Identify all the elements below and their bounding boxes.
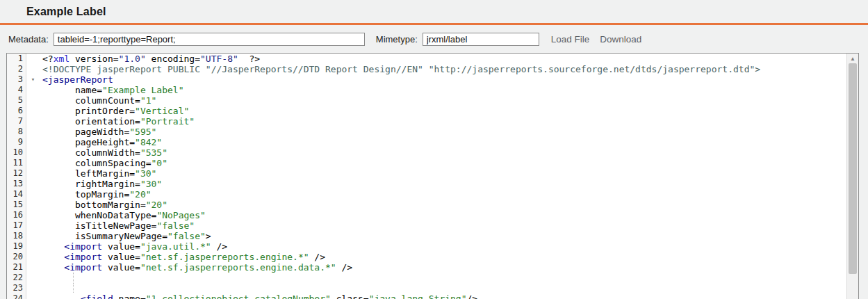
line-number: 10 [7, 147, 26, 158]
code-text[interactable]: whenNoDataType="NoPages" [40, 210, 846, 220]
fold-gutter [26, 179, 40, 189]
code-line: 22 [7, 273, 846, 283]
code-area[interactable]: 1<?xml version="1.0" encoding="UTF-8" ?>… [7, 54, 846, 299]
fold-gutter [26, 147, 40, 158]
code-line: 16 whenNoDataType="NoPages" [7, 210, 846, 220]
vertical-scrollbar[interactable]: ▲ [846, 54, 858, 299]
line-number: 1 [7, 54, 26, 64]
line-number: 2 [7, 64, 26, 74]
load-file-button[interactable]: Load File [551, 34, 590, 45]
code-text[interactable]: <import value="net.sf.jasperreports.engi… [40, 262, 846, 273]
code-text[interactable]: columnSpacing="0" [40, 158, 846, 168]
fold-gutter [26, 293, 40, 299]
code-line: 23 [7, 283, 846, 293]
code-line: 2<!DOCTYPE jasperReport PUBLIC "//Jasper… [7, 64, 846, 74]
code-text[interactable]: bottomMargin="20" [40, 200, 846, 210]
scroll-up-icon[interactable]: ▲ [847, 54, 858, 64]
code-text[interactable]: <import value="java.util.*" /> [40, 241, 846, 252]
code-line: 1<?xml version="1.0" encoding="UTF-8" ?> [7, 54, 846, 64]
fold-gutter [26, 106, 40, 116]
code-line: 13 rightMargin="30" [7, 179, 846, 189]
fold-gutter [26, 210, 40, 220]
code-text[interactable]: name="Example Label" [40, 85, 846, 95]
line-number: 20 [7, 252, 26, 262]
fold-gutter [26, 241, 40, 252]
code-text[interactable]: <jasperReport [40, 74, 846, 85]
line-number: 12 [7, 168, 26, 179]
code-text[interactable]: <?xml version="1.0" encoding="UTF-8" ?> [40, 54, 846, 64]
code-line: 20 <import value="net.sf.jasperreports.e… [7, 252, 846, 262]
code-line: 5 columnCount="1" [7, 95, 846, 106]
line-number: 24 [7, 293, 26, 299]
indent-guide [73, 273, 74, 282]
line-number: 6 [7, 106, 26, 116]
code-text[interactable]: <field name="1.collectionobject.catalogN… [40, 293, 846, 299]
line-number: 18 [7, 231, 26, 241]
fold-gutter [26, 116, 40, 127]
code-line: 3▾<jasperReport [7, 74, 846, 85]
line-number: 5 [7, 95, 26, 106]
line-number: 4 [7, 85, 26, 95]
code-text[interactable]: columnWidth="535" [40, 147, 846, 158]
code-line: 24 <field name="1.collectionobject.catal… [7, 293, 846, 299]
code-text[interactable]: pageWidth="595" [40, 127, 846, 137]
fold-gutter [26, 54, 40, 64]
code-editor[interactable]: 1<?xml version="1.0" encoding="UTF-8" ?>… [6, 53, 859, 299]
line-number: 3 [7, 74, 26, 85]
code-text[interactable]: <!DOCTYPE jasperReport PUBLIC "//JasperR… [40, 64, 846, 74]
fold-gutter [26, 231, 40, 241]
fold-gutter [26, 200, 40, 210]
code-text[interactable]: <import value="net.sf.jasperreports.engi… [40, 252, 846, 262]
code-line: 8 pageWidth="595" [7, 127, 846, 137]
code-line: 6 printOrder="Vertical" [7, 106, 846, 116]
fold-gutter [26, 283, 40, 293]
line-number: 16 [7, 210, 26, 220]
code-line: 10 columnWidth="535" [7, 147, 846, 158]
metadata-input[interactable] [54, 33, 365, 46]
line-number: 7 [7, 116, 26, 127]
mimetype-label: Mimetype: [376, 34, 418, 45]
fold-gutter [26, 189, 40, 200]
code-text[interactable]: leftMargin="30" [40, 168, 846, 179]
code-line: 17 isTitleNewPage="false" [7, 220, 846, 231]
fold-gutter [26, 158, 40, 168]
mimetype-input[interactable] [423, 33, 539, 46]
code-line: 15 bottomMargin="20" [7, 200, 846, 210]
download-button[interactable]: Download [600, 34, 641, 45]
code-text[interactable]: isSummaryNewPage="false"> [40, 231, 846, 241]
code-line: 19 <import value="java.util.*" /> [7, 241, 846, 252]
line-number: 8 [7, 127, 26, 137]
line-number: 23 [7, 283, 26, 293]
code-text[interactable]: rightMargin="30" [40, 179, 846, 189]
fold-gutter [26, 85, 40, 95]
code-text[interactable] [40, 273, 846, 283]
fold-gutter [26, 262, 40, 273]
metadata-label: Metadata: [8, 34, 49, 45]
title-bar: Example Label [0, 0, 868, 23]
code-text[interactable]: orientation="Portrait" [40, 116, 846, 127]
line-number: 22 [7, 273, 26, 283]
fold-gutter [26, 273, 40, 283]
code-text[interactable]: topMargin="20" [40, 189, 846, 200]
code-text[interactable] [40, 283, 846, 293]
indent-guide [73, 283, 74, 293]
fold-gutter [26, 95, 40, 106]
code-text[interactable]: printOrder="Vertical" [40, 106, 846, 116]
fold-gutter [26, 168, 40, 179]
line-number: 11 [7, 158, 26, 168]
code-line: 18 isSummaryNewPage="false"> [7, 231, 846, 241]
code-text[interactable]: pageHeight="842" [40, 137, 846, 147]
line-number: 19 [7, 241, 26, 252]
code-line: 14 topMargin="20" [7, 189, 846, 200]
code-line: 12 leftMargin="30" [7, 168, 846, 179]
code-text[interactable]: columnCount="1" [40, 95, 846, 106]
fold-gutter [26, 220, 40, 231]
scrollbar-thumb[interactable] [849, 63, 857, 274]
fold-arrow-icon[interactable]: ▾ [26, 74, 40, 85]
code-line: 4 name="Example Label" [7, 85, 846, 95]
fold-gutter [26, 137, 40, 147]
line-number: 14 [7, 189, 26, 200]
fold-gutter [26, 64, 40, 74]
code-text[interactable]: isTitleNewPage="false" [40, 220, 846, 231]
page-title: Example Label [26, 6, 106, 18]
